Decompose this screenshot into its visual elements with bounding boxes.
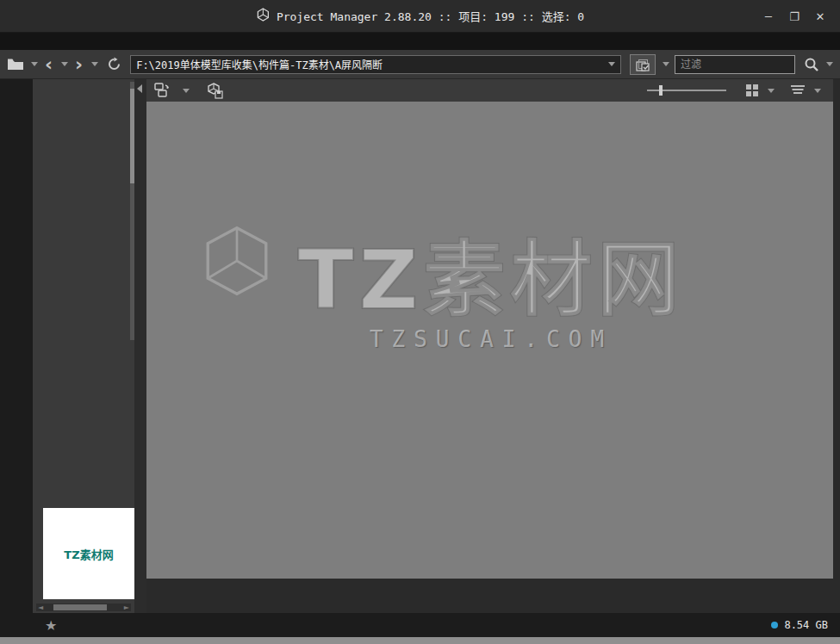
- main-body: TZ素材网 ◄ ►: [0, 79, 840, 613]
- title-text: Project Manager 2.88.20 :: 项目: 199 :: 选择…: [277, 8, 584, 24]
- favorites-star-icon[interactable]: ★: [45, 617, 57, 634]
- minimize-button[interactable]: ─: [757, 7, 780, 26]
- window-controls: ─ ❐ ✕: [757, 0, 831, 33]
- back-button[interactable]: ‹: [43, 56, 54, 73]
- show-subfolders-toggle[interactable]: [630, 54, 656, 75]
- scroll-thumb[interactable]: [53, 604, 107, 610]
- disk-status-icon: [771, 622, 778, 629]
- qr-caption: TZ素材网: [43, 546, 134, 562]
- regenerate-dropdown-icon[interactable]: [183, 89, 190, 93]
- scroll-left-icon[interactable]: ◄: [36, 604, 45, 611]
- collapse-panel-icon[interactable]: [137, 84, 142, 93]
- close-button[interactable]: ✕: [809, 7, 831, 26]
- open-folder-button[interactable]: [7, 53, 24, 76]
- panel-splitter[interactable]: [134, 79, 146, 613]
- title-bar: Project Manager 2.88.20 :: 项目: 199 :: 选择…: [0, 0, 840, 33]
- view-controls: [647, 79, 833, 102]
- sort-button[interactable]: [790, 79, 806, 102]
- navigation-toolbar: ‹ › F:\2019单体模型库收集\构件篇-TZ素材\A屏风隔断: [0, 50, 840, 79]
- forward-dropdown-icon[interactable]: [91, 62, 98, 66]
- scroll-right-icon[interactable]: ►: [122, 604, 131, 611]
- thumbnail-area: TZ素材网 TZSUCAI.COM ▲ ▼: [146, 79, 840, 613]
- category-tabs: [0, 79, 33, 613]
- grid-view-button[interactable]: [745, 79, 759, 102]
- window-bottom-edge: [0, 637, 840, 644]
- thumbnail-grid: [146, 102, 821, 579]
- view-dropdown-icon[interactable]: [768, 89, 775, 93]
- thumbnail-grid-wrap: TZ素材网 TZSUCAI.COM ▲ ▼: [146, 102, 833, 579]
- slider-handle[interactable]: [659, 85, 663, 96]
- filter-input[interactable]: [675, 55, 795, 74]
- free-space-text: 8.54 GB: [784, 619, 828, 631]
- current-path: F:\2019单体模型库收集\构件篇-TZ素材\A屏风隔断: [136, 57, 601, 71]
- open-folder-dropdown-icon[interactable]: [31, 62, 38, 66]
- path-dropdown-icon[interactable]: [608, 62, 615, 66]
- save-model-button[interactable]: [205, 79, 224, 102]
- thumbnail-size-slider[interactable]: [647, 84, 726, 96]
- subfolders-dropdown-icon[interactable]: [663, 62, 669, 66]
- window-title: Project Manager 2.88.20 :: 项目: 199 :: 选择…: [256, 8, 584, 24]
- tree-horizontal-scrollbar[interactable]: ◄ ►: [36, 604, 131, 611]
- refresh-button[interactable]: [107, 53, 121, 76]
- view-tabs: [0, 33, 840, 50]
- sort-dropdown-icon[interactable]: [814, 89, 821, 93]
- path-combobox[interactable]: F:\2019单体模型库收集\构件篇-TZ素材\A屏风隔断: [130, 55, 621, 74]
- project-manager-window: Project Manager 2.88.20 :: 项目: 199 :: 选择…: [0, 0, 840, 644]
- rollout-panels: [146, 579, 833, 613]
- search-icon[interactable]: [804, 53, 819, 76]
- window-right-edge: [833, 79, 840, 613]
- app-logo-icon: [256, 8, 270, 24]
- forward-button[interactable]: ›: [73, 56, 84, 73]
- thumbnail-toolbar: [146, 79, 840, 102]
- regenerate-thumbnails-button[interactable]: [153, 79, 172, 102]
- free-space-indicator: 8.54 GB: [771, 619, 828, 631]
- search-dropdown-icon[interactable]: [826, 62, 833, 66]
- folder-tree-panel: TZ素材网 ◄ ►: [33, 79, 134, 613]
- status-bar: ★ 8.54 GB: [0, 613, 840, 637]
- qr-code-image: TZ素材网: [43, 508, 134, 599]
- back-dropdown-icon[interactable]: [61, 62, 68, 66]
- maximize-button[interactable]: ❐: [783, 7, 806, 26]
